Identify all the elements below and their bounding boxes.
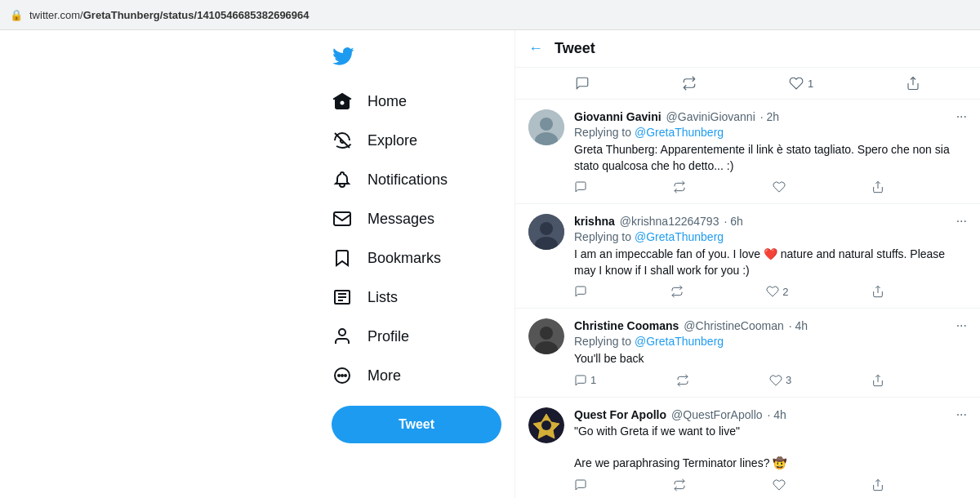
tweet-more-button[interactable]: ···: [956, 407, 967, 422]
user-handle[interactable]: @ChristineCooman: [684, 319, 783, 332]
tweet-item: krishna @krishna12264793 · 6h ··· Replyi…: [515, 204, 980, 309]
sidebar-item-lists[interactable]: Lists: [318, 278, 514, 316]
tweet-content: Giovanni Gavini @GaviniGiovanni · 2h ···…: [574, 109, 967, 193]
sidebar-item-more[interactable]: More: [318, 357, 514, 394]
tweet-actions: [574, 478, 884, 491]
retweet-action[interactable]: [673, 180, 686, 193]
top-share-action[interactable]: [906, 76, 920, 91]
reply-to-handle[interactable]: @GretaThunberg: [635, 230, 724, 243]
sidebar-item-home[interactable]: Home: [318, 82, 514, 120]
svg-point-2: [339, 329, 345, 336]
tweet-actions: 2: [574, 285, 884, 298]
lock-icon: 🔒: [10, 9, 23, 21]
svg-point-11: [540, 222, 553, 235]
tweet-panel: ← Tweet: [514, 30, 980, 498]
share-action[interactable]: [871, 285, 884, 298]
home-icon: [332, 91, 353, 112]
tweet-actions: [574, 180, 884, 193]
tweet-more-button[interactable]: ···: [956, 109, 967, 124]
like-action[interactable]: 3: [769, 374, 791, 387]
top-like-action[interactable]: 1: [789, 76, 813, 91]
reply-action[interactable]: [574, 180, 587, 193]
tweet-meta: Giovanni Gavini @GaviniGiovanni · 2h ···: [574, 109, 967, 124]
user-name[interactable]: Giovanni Gavini: [574, 110, 662, 123]
retweet-action[interactable]: [670, 285, 684, 298]
user-handle[interactable]: @GaviniGiovanni: [666, 110, 755, 123]
sidebar-item-home-label: Home: [368, 93, 407, 110]
tweet-panel-title: Tweet: [555, 40, 595, 57]
user-name[interactable]: krishna: [574, 215, 615, 228]
svg-point-14: [540, 327, 553, 340]
avatar: [528, 318, 564, 354]
like-action[interactable]: [773, 478, 786, 491]
browser-url: twitter.com/GretaThunberg/status/1410546…: [29, 9, 310, 21]
like-action[interactable]: 2: [766, 285, 788, 298]
back-button[interactable]: ←: [528, 40, 543, 57]
tweet-actions: 1 3: [574, 374, 884, 387]
tweet-meta: Christine Coomans @ChristineCooman · 4h …: [574, 318, 967, 333]
like-count: 3: [786, 374, 791, 386]
reply-to-handle[interactable]: @GretaThunberg: [635, 126, 724, 139]
svg-point-18: [541, 420, 551, 430]
user-handle[interactable]: @QuestForApollo: [671, 408, 762, 421]
twitter-logo[interactable]: [318, 38, 514, 81]
reply-count: 1: [590, 374, 596, 386]
retweet-action[interactable]: [673, 478, 686, 491]
tweet-meta: krishna @krishna12264793 · 6h ···: [574, 214, 967, 229]
browser-bar: 🔒 twitter.com/GretaThunberg/status/14105…: [0, 0, 980, 30]
reply-to-handle[interactable]: @GretaThunberg: [635, 335, 724, 348]
top-retweet-action[interactable]: [682, 76, 697, 91]
tweet-more-button[interactable]: ···: [956, 318, 967, 333]
svg-point-6: [345, 375, 346, 376]
sidebar-item-notifications[interactable]: Notifications: [318, 161, 514, 198]
sidebar-item-lists-label: Lists: [368, 289, 398, 306]
tweet-time: · 4h: [789, 319, 808, 332]
tweet-text: I am an impeccable fan of you. I love ❤️…: [574, 247, 967, 278]
top-reply-action[interactable]: [575, 76, 590, 91]
tweet-more-button[interactable]: ···: [956, 214, 967, 229]
notifications-icon: [332, 169, 353, 190]
top-actions-bar: 1: [515, 68, 980, 100]
tweet-time: · 4h: [768, 408, 786, 421]
lists-icon: [332, 287, 353, 308]
sidebar-item-profile[interactable]: Profile: [318, 318, 514, 355]
sidebar-item-messages[interactable]: Messages: [318, 200, 514, 238]
reply-to: Replying to @GretaThunberg: [574, 126, 967, 139]
share-action[interactable]: [871, 478, 884, 491]
reply-action[interactable]: [574, 285, 587, 298]
tweet-button[interactable]: Tweet: [332, 406, 501, 443]
tweet-meta: Quest For Apollo @QuestForApollo · 4h ··…: [574, 407, 967, 422]
svg-point-4: [338, 375, 340, 376]
reply-action[interactable]: [574, 478, 587, 491]
share-action[interactable]: [871, 374, 884, 387]
like-action[interactable]: [773, 180, 786, 193]
explore-icon: [332, 130, 353, 151]
sidebar-item-more-label: More: [368, 367, 401, 385]
tweet-text: "Go with Greta if we want to live" Are w…: [574, 424, 967, 472]
share-action[interactable]: [871, 180, 884, 193]
main-layout: Home Explore Notifications: [0, 30, 980, 498]
sidebar: Home Explore Notifications: [318, 30, 514, 498]
profile-icon: [332, 326, 353, 347]
retweet-action[interactable]: [676, 374, 689, 387]
sidebar-item-explore[interactable]: Explore: [318, 122, 514, 159]
tweet-text: You'll be back: [574, 351, 967, 367]
user-name[interactable]: Christine Coomans: [574, 319, 679, 332]
sidebar-item-bookmarks-label: Bookmarks: [368, 250, 441, 267]
tweet-panel-header: ← Tweet: [515, 30, 980, 68]
user-name[interactable]: Quest For Apollo: [574, 408, 666, 421]
tweet-time: · 2h: [760, 110, 779, 123]
tweet-content: Quest For Apollo @QuestForApollo · 4h ··…: [574, 407, 967, 491]
like-count: 2: [782, 286, 788, 298]
reply-to: Replying to @GretaThunberg: [574, 335, 967, 348]
user-handle[interactable]: @krishna12264793: [620, 215, 719, 228]
tweet-feed: 1 Gio: [515, 68, 980, 498]
sidebar-item-bookmarks[interactable]: Bookmarks: [318, 239, 514, 277]
avatar: [528, 109, 564, 145]
sidebar-item-messages-label: Messages: [368, 211, 434, 228]
tweet-item: Giovanni Gavini @GaviniGiovanni · 2h ···…: [515, 100, 980, 204]
tweet-item: Quest For Apollo @QuestForApollo · 4h ··…: [515, 398, 980, 498]
tweet-time: · 6h: [724, 215, 742, 228]
tweet-content: krishna @krishna12264793 · 6h ··· Replyi…: [574, 214, 967, 298]
reply-action[interactable]: 1: [574, 374, 596, 387]
